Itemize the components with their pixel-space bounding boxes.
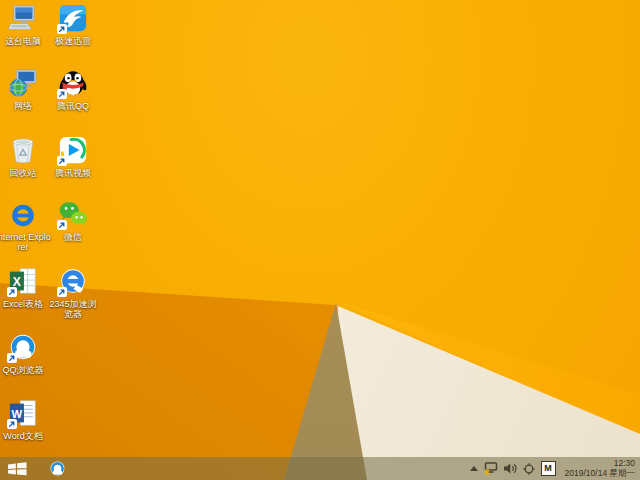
wechat-icon bbox=[58, 199, 88, 229]
crosshair-tray-icon[interactable] bbox=[523, 463, 535, 475]
desktop-icon-label: 回收站 bbox=[0, 168, 51, 178]
xunlei-icon bbox=[58, 3, 88, 33]
show-hidden-icons-button[interactable] bbox=[470, 466, 478, 471]
desktop-icon-label: 微信 bbox=[45, 232, 101, 242]
desktop-icon-label: QQ浏览器 bbox=[0, 365, 51, 375]
recycle-bin-icon bbox=[8, 135, 38, 165]
desktop-icon-xunlei[interactable]: 极速迅雷 bbox=[45, 3, 101, 46]
tencent-qq-icon bbox=[58, 68, 88, 98]
network-status-tray-icon[interactable] bbox=[484, 462, 498, 475]
shortcut-arrow-icon bbox=[57, 89, 67, 99]
desktop-icon-qq-browser[interactable]: QQ浏览器 bbox=[0, 332, 51, 375]
tencent-video-icon bbox=[58, 135, 88, 165]
network-icon bbox=[8, 68, 38, 98]
internet-explorer-icon bbox=[8, 199, 38, 229]
desktop-screen: 这台电脑极速迅雷网络腾讯QQ回收站腾讯视频Internet Explorer微信… bbox=[0, 0, 640, 480]
browser-2345-icon bbox=[58, 266, 88, 296]
desktop-icon-this-pc[interactable]: 这台电脑 bbox=[0, 3, 51, 46]
windows-logo-icon bbox=[8, 462, 27, 476]
desktop-icon-tencent-qq[interactable]: 腾讯QQ bbox=[45, 68, 101, 111]
qq-browser-icon bbox=[49, 460, 66, 477]
chevron-up-icon bbox=[470, 466, 478, 471]
desktop-icon-label: Internet Explorer bbox=[0, 232, 51, 252]
ime-indicator[interactable]: M bbox=[541, 461, 556, 476]
taskbar-pinned-qq-browser[interactable] bbox=[42, 457, 72, 480]
desktop-icon-label: Excel表格 bbox=[0, 299, 51, 309]
crosshair-icon bbox=[523, 463, 535, 475]
excel-icon: X bbox=[8, 266, 38, 296]
desktop-icon-recycle-bin[interactable]: 回收站 bbox=[0, 135, 51, 178]
desktop-icon-label: 极速迅雷 bbox=[45, 36, 101, 46]
desktop-icon-label: 网络 bbox=[0, 101, 51, 111]
shortcut-arrow-icon bbox=[7, 353, 17, 363]
svg-text:W: W bbox=[12, 408, 23, 420]
shortcut-arrow-icon bbox=[57, 24, 67, 34]
system-tray: M 12:30 2019/10/14 星期一 bbox=[470, 459, 640, 478]
desktop-icon-label: 2345加速浏览器 bbox=[45, 299, 101, 319]
this-pc-icon bbox=[8, 3, 38, 33]
desktop-icon-label: 腾讯视频 bbox=[45, 168, 101, 178]
speaker-icon bbox=[504, 463, 517, 474]
shortcut-arrow-icon bbox=[57, 220, 67, 230]
start-button[interactable] bbox=[0, 457, 34, 480]
taskbar-clock[interactable]: 12:30 2019/10/14 星期一 bbox=[565, 459, 635, 478]
network-warning-icon bbox=[484, 462, 498, 475]
word-icon: W bbox=[8, 398, 38, 428]
desktop-icon-network[interactable]: 网络 bbox=[0, 68, 51, 111]
desktop-icon-label: Word文档 bbox=[0, 431, 51, 441]
desktop-icon-excel[interactable]: XExcel表格 bbox=[0, 266, 51, 309]
shortcut-arrow-icon bbox=[7, 287, 17, 297]
desktop-icon-browser-2345[interactable]: 2345加速浏览器 bbox=[45, 266, 101, 319]
shortcut-arrow-icon bbox=[57, 287, 67, 297]
shortcut-arrow-icon bbox=[57, 156, 67, 166]
desktop-icon-wechat[interactable]: 微信 bbox=[45, 199, 101, 242]
desktop-icon-label: 腾讯QQ bbox=[45, 101, 101, 111]
desktop-icon-tencent-video[interactable]: 腾讯视频 bbox=[45, 135, 101, 178]
clock-date: 2019/10/14 星期一 bbox=[565, 469, 635, 479]
desktop-icon-label: 这台电脑 bbox=[0, 36, 51, 46]
desktop-icon-grid: 这台电脑极速迅雷网络腾讯QQ回收站腾讯视频Internet Explorer微信… bbox=[0, 0, 640, 480]
taskbar: M 12:30 2019/10/14 星期一 bbox=[0, 457, 640, 480]
qq-browser-icon bbox=[8, 332, 38, 362]
desktop-icon-word[interactable]: WWord文档 bbox=[0, 398, 51, 441]
volume-tray-icon[interactable] bbox=[504, 463, 517, 474]
desktop-icon-internet-explorer[interactable]: Internet Explorer bbox=[0, 199, 51, 252]
shortcut-arrow-icon bbox=[7, 419, 17, 429]
